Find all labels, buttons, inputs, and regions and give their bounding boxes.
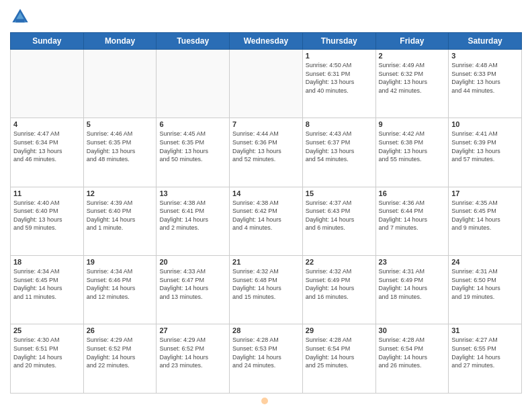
logo bbox=[10, 7, 33, 27]
calendar-cell: 13Sunrise: 4:38 AM Sunset: 6:41 PM Dayli… bbox=[157, 187, 230, 255]
day-info: Sunrise: 4:30 AM Sunset: 6:51 PM Dayligh… bbox=[13, 336, 81, 369]
day-number: 18 bbox=[13, 258, 81, 266]
day-info: Sunrise: 4:29 AM Sunset: 6:52 PM Dayligh… bbox=[159, 336, 226, 369]
weekday-header-thursday: Thursday bbox=[302, 33, 375, 50]
weekday-header-tuesday: Tuesday bbox=[157, 33, 230, 50]
svg-rect-2 bbox=[15, 19, 24, 22]
day-number: 26 bbox=[87, 326, 154, 334]
calendar-week-1: 1Sunrise: 4:50 AM Sunset: 6:31 PM Daylig… bbox=[11, 50, 522, 118]
day-number: 5 bbox=[87, 120, 154, 128]
calendar-cell: 5Sunrise: 4:46 AM Sunset: 6:35 PM Daylig… bbox=[83, 118, 157, 187]
calendar-cell: 12Sunrise: 4:39 AM Sunset: 6:40 PM Dayli… bbox=[83, 187, 157, 255]
calendar-cell: 4Sunrise: 4:47 AM Sunset: 6:34 PM Daylig… bbox=[11, 118, 84, 187]
day-number: 1 bbox=[306, 52, 373, 60]
calendar-cell bbox=[230, 50, 303, 118]
header bbox=[10, 7, 522, 27]
calendar-table: SundayMondayTuesdayWednesdayThursdayFrid… bbox=[10, 32, 522, 394]
weekday-header-saturday: Saturday bbox=[449, 33, 522, 50]
day-info: Sunrise: 4:40 AM Sunset: 6:40 PM Dayligh… bbox=[13, 199, 81, 232]
calendar-cell: 3Sunrise: 4:48 AM Sunset: 6:33 PM Daylig… bbox=[449, 50, 522, 118]
day-number: 2 bbox=[379, 52, 446, 60]
calendar-week-2: 4Sunrise: 4:47 AM Sunset: 6:34 PM Daylig… bbox=[11, 118, 522, 187]
calendar-cell: 25Sunrise: 4:30 AM Sunset: 6:51 PM Dayli… bbox=[11, 324, 84, 393]
day-number: 4 bbox=[13, 120, 81, 128]
day-number: 25 bbox=[13, 326, 81, 334]
day-number: 14 bbox=[232, 189, 300, 197]
day-number: 9 bbox=[379, 120, 446, 128]
calendar-cell: 14Sunrise: 4:38 AM Sunset: 6:42 PM Dayli… bbox=[230, 187, 303, 255]
day-info: Sunrise: 4:27 AM Sunset: 6:55 PM Dayligh… bbox=[451, 336, 519, 369]
calendar-cell bbox=[11, 50, 84, 118]
calendar-week-5: 25Sunrise: 4:30 AM Sunset: 6:51 PM Dayli… bbox=[11, 324, 522, 393]
calendar-cell: 28Sunrise: 4:28 AM Sunset: 6:53 PM Dayli… bbox=[230, 324, 303, 393]
day-info: Sunrise: 4:50 AM Sunset: 6:31 PM Dayligh… bbox=[306, 61, 373, 95]
day-info: Sunrise: 4:34 AM Sunset: 6:46 PM Dayligh… bbox=[87, 267, 154, 301]
calendar-cell: 18Sunrise: 4:34 AM Sunset: 6:45 PM Dayli… bbox=[11, 255, 84, 324]
calendar-cell: 21Sunrise: 4:32 AM Sunset: 6:48 PM Dayli… bbox=[230, 255, 303, 324]
day-number: 29 bbox=[306, 326, 373, 334]
day-info: Sunrise: 4:32 AM Sunset: 6:49 PM Dayligh… bbox=[306, 267, 373, 301]
footer bbox=[10, 397, 522, 404]
day-number: 22 bbox=[306, 258, 373, 266]
day-info: Sunrise: 4:48 AM Sunset: 6:33 PM Dayligh… bbox=[451, 61, 519, 95]
daylight-dot bbox=[261, 398, 268, 404]
day-info: Sunrise: 4:38 AM Sunset: 6:41 PM Dayligh… bbox=[159, 199, 226, 232]
day-number: 20 bbox=[159, 258, 226, 266]
day-number: 13 bbox=[159, 189, 226, 197]
weekday-header-monday: Monday bbox=[83, 33, 157, 50]
page: SundayMondayTuesdayWednesdayThursdayFrid… bbox=[0, 0, 532, 411]
calendar-cell: 29Sunrise: 4:28 AM Sunset: 6:54 PM Dayli… bbox=[302, 324, 375, 393]
day-number: 3 bbox=[451, 52, 519, 60]
day-info: Sunrise: 4:47 AM Sunset: 6:34 PM Dayligh… bbox=[13, 130, 81, 163]
calendar-cell: 24Sunrise: 4:31 AM Sunset: 6:50 PM Dayli… bbox=[449, 255, 522, 324]
day-info: Sunrise: 4:28 AM Sunset: 6:54 PM Dayligh… bbox=[379, 336, 446, 369]
day-info: Sunrise: 4:43 AM Sunset: 6:37 PM Dayligh… bbox=[306, 130, 373, 163]
day-info: Sunrise: 4:32 AM Sunset: 6:48 PM Dayligh… bbox=[232, 267, 300, 301]
calendar-cell: 11Sunrise: 4:40 AM Sunset: 6:40 PM Dayli… bbox=[11, 187, 84, 255]
day-number: 16 bbox=[379, 189, 446, 197]
calendar-cell: 1Sunrise: 4:50 AM Sunset: 6:31 PM Daylig… bbox=[302, 50, 375, 118]
day-info: Sunrise: 4:33 AM Sunset: 6:47 PM Dayligh… bbox=[159, 267, 226, 301]
calendar-cell: 10Sunrise: 4:41 AM Sunset: 6:39 PM Dayli… bbox=[449, 118, 522, 187]
day-number: 21 bbox=[232, 258, 300, 266]
calendar-cell: 7Sunrise: 4:44 AM Sunset: 6:36 PM Daylig… bbox=[230, 118, 303, 187]
day-info: Sunrise: 4:44 AM Sunset: 6:36 PM Dayligh… bbox=[232, 130, 300, 163]
day-number: 23 bbox=[379, 258, 446, 266]
logo-icon bbox=[10, 7, 30, 27]
calendar-cell bbox=[83, 50, 157, 118]
day-number: 6 bbox=[159, 120, 226, 128]
weekday-header-friday: Friday bbox=[375, 33, 449, 50]
day-info: Sunrise: 4:28 AM Sunset: 6:53 PM Dayligh… bbox=[232, 336, 300, 369]
day-number: 24 bbox=[451, 258, 519, 266]
day-info: Sunrise: 4:46 AM Sunset: 6:35 PM Dayligh… bbox=[87, 130, 154, 163]
day-info: Sunrise: 4:42 AM Sunset: 6:38 PM Dayligh… bbox=[379, 130, 446, 163]
calendar-cell: 20Sunrise: 4:33 AM Sunset: 6:47 PM Dayli… bbox=[157, 255, 230, 324]
calendar-cell: 2Sunrise: 4:49 AM Sunset: 6:32 PM Daylig… bbox=[375, 50, 449, 118]
day-number: 30 bbox=[379, 326, 446, 334]
footer-items bbox=[10, 397, 522, 404]
calendar-cell: 19Sunrise: 4:34 AM Sunset: 6:46 PM Dayli… bbox=[83, 255, 157, 324]
day-info: Sunrise: 4:28 AM Sunset: 6:54 PM Dayligh… bbox=[306, 336, 373, 369]
calendar-cell: 30Sunrise: 4:28 AM Sunset: 6:54 PM Dayli… bbox=[375, 324, 449, 393]
day-info: Sunrise: 4:29 AM Sunset: 6:52 PM Dayligh… bbox=[87, 336, 154, 369]
weekday-header-row: SundayMondayTuesdayWednesdayThursdayFrid… bbox=[11, 33, 522, 50]
calendar-cell: 23Sunrise: 4:31 AM Sunset: 6:49 PM Dayli… bbox=[375, 255, 449, 324]
day-number: 11 bbox=[13, 189, 81, 197]
calendar-cell: 6Sunrise: 4:45 AM Sunset: 6:35 PM Daylig… bbox=[157, 118, 230, 187]
calendar-cell bbox=[157, 50, 230, 118]
day-number: 15 bbox=[306, 189, 373, 197]
day-info: Sunrise: 4:31 AM Sunset: 6:49 PM Dayligh… bbox=[379, 267, 446, 301]
day-info: Sunrise: 4:36 AM Sunset: 6:44 PM Dayligh… bbox=[379, 199, 446, 232]
day-info: Sunrise: 4:34 AM Sunset: 6:45 PM Dayligh… bbox=[13, 267, 81, 301]
weekday-header-wednesday: Wednesday bbox=[230, 33, 303, 50]
day-number: 31 bbox=[451, 326, 519, 334]
calendar-cell: 9Sunrise: 4:42 AM Sunset: 6:38 PM Daylig… bbox=[375, 118, 449, 187]
day-number: 10 bbox=[451, 120, 519, 128]
day-number: 8 bbox=[306, 120, 373, 128]
calendar-cell: 15Sunrise: 4:37 AM Sunset: 6:43 PM Dayli… bbox=[302, 187, 375, 255]
day-number: 27 bbox=[159, 326, 226, 334]
day-info: Sunrise: 4:39 AM Sunset: 6:40 PM Dayligh… bbox=[87, 199, 154, 232]
day-number: 7 bbox=[232, 120, 300, 128]
day-info: Sunrise: 4:41 AM Sunset: 6:39 PM Dayligh… bbox=[451, 130, 519, 163]
day-info: Sunrise: 4:37 AM Sunset: 6:43 PM Dayligh… bbox=[306, 199, 373, 232]
